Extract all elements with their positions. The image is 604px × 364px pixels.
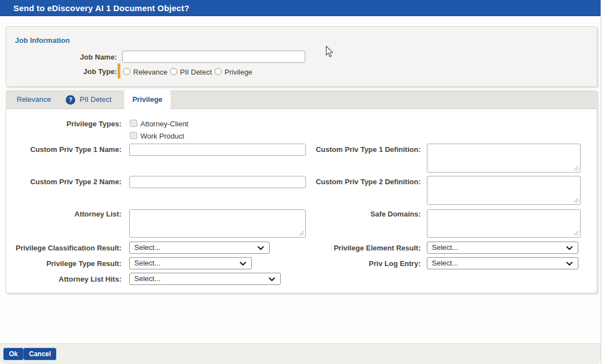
resize-handle-icon[interactable] — [573, 230, 579, 236]
privilege-type-result-select[interactable]: Select... — [129, 257, 252, 269]
help-icon[interactable]: ? — [66, 95, 75, 105]
attorney-list-label: Attorney List: — [11, 210, 121, 218]
job-type-radio-privilege[interactable] — [215, 68, 222, 75]
dialog-footer: Ok Cancel — [0, 343, 601, 364]
custom-priv-type-1-name-input[interactable] — [129, 144, 306, 156]
custom-priv-type-1-name-label: Custom Priv Type 1 Name: — [11, 145, 121, 154]
work-product-checkbox[interactable] — [130, 132, 137, 139]
cancel-button[interactable]: Cancel — [23, 348, 56, 360]
job-type-label: Job Type: — [22, 67, 117, 76]
right-edge-divider — [601, 16, 601, 364]
custom-priv-type-2-name-label: Custom Priv Type 2 Name: — [11, 178, 121, 186]
attorney-list-textarea[interactable] — [129, 209, 306, 238]
tab-strip: Relevance ? PII Detect Privilege — [6, 90, 597, 109]
attorney-list-hits-value: Select... — [134, 274, 160, 283]
privilege-classification-result-label: Privilege Classification Result: — [11, 244, 121, 252]
tab-relevance[interactable]: Relevance — [17, 90, 51, 109]
job-name-input[interactable] — [122, 51, 305, 63]
job-type-radio-relevance-label[interactable]: Relevance — [133, 68, 167, 76]
privilege-type-result-label: Privilege Type Result: — [11, 259, 121, 268]
required-indicator — [118, 63, 120, 78]
attorney-client-checkbox[interactable] — [130, 120, 137, 127]
chevron-down-icon — [257, 246, 264, 250]
priv-log-entry-select[interactable]: Select... — [427, 257, 578, 269]
job-type-radio-relevance[interactable] — [123, 68, 130, 75]
job-type-radio-privilege-label[interactable]: Privilege — [225, 68, 252, 76]
custom-priv-type-1-definition-textarea[interactable] — [427, 144, 581, 173]
custom-priv-type-1-definition-label: Custom Priv Type 1 Definition: — [310, 145, 421, 154]
send-to-ediscovery-dialog: Send to eDiscovery AI 1 Document Object?… — [0, 0, 604, 364]
privilege-types-label: Privilege Types: — [11, 120, 121, 128]
priv-log-entry-label: Priv Log Entry: — [310, 259, 421, 268]
dialog-title: Send to eDiscovery AI 1 Document Object? — [13, 0, 189, 16]
resize-handle-icon[interactable] — [573, 198, 579, 203]
chevron-down-icon — [566, 262, 573, 266]
custom-priv-type-2-definition-textarea[interactable] — [427, 176, 581, 205]
attorney-list-hits-select[interactable]: Select... — [129, 273, 281, 285]
privilege-element-result-label: Privilege Element Result: — [310, 244, 421, 252]
safe-domains-textarea[interactable] — [427, 209, 581, 238]
safe-domains-label: Safe Domains: — [310, 210, 421, 218]
tab-privilege[interactable]: Privilege — [124, 90, 171, 109]
custom-priv-type-2-name-input[interactable] — [129, 176, 306, 188]
job-name-label: Job Name: — [22, 53, 117, 61]
dialog-title-bar: Send to eDiscovery AI 1 Document Object? — [0, 0, 601, 16]
attorney-list-hits-label: Attorney List Hits: — [11, 275, 121, 283]
privilege-classification-result-select[interactable]: Select... — [129, 242, 270, 254]
privilege-type-result-value: Select... — [134, 259, 160, 267]
tab-pii-detect[interactable]: PII Detect — [80, 90, 111, 109]
chevron-down-icon — [240, 262, 246, 266]
attorney-client-checkbox-label[interactable]: Attorney-Client — [140, 120, 188, 128]
privilege-element-result-value: Select... — [432, 243, 458, 252]
job-type-radio-pii-detect-label[interactable]: PII Detect — [180, 68, 212, 76]
resize-handle-icon[interactable] — [573, 165, 579, 171]
chevron-down-icon — [269, 277, 275, 282]
privilege-classification-result-value: Select... — [134, 243, 160, 252]
custom-priv-type-2-definition-label: Custom Priv Type 2 Definition: — [310, 178, 421, 186]
priv-log-entry-value: Select... — [432, 259, 458, 267]
resize-handle-icon[interactable] — [299, 230, 304, 236]
chevron-down-icon — [566, 246, 573, 250]
privilege-element-result-select[interactable]: Select... — [427, 242, 578, 254]
job-type-radio-pii-detect[interactable] — [170, 68, 177, 75]
ok-button[interactable]: Ok — [3, 348, 23, 360]
work-product-checkbox-label[interactable]: Work Product — [140, 132, 184, 140]
job-information-heading: Job Information — [15, 36, 70, 45]
